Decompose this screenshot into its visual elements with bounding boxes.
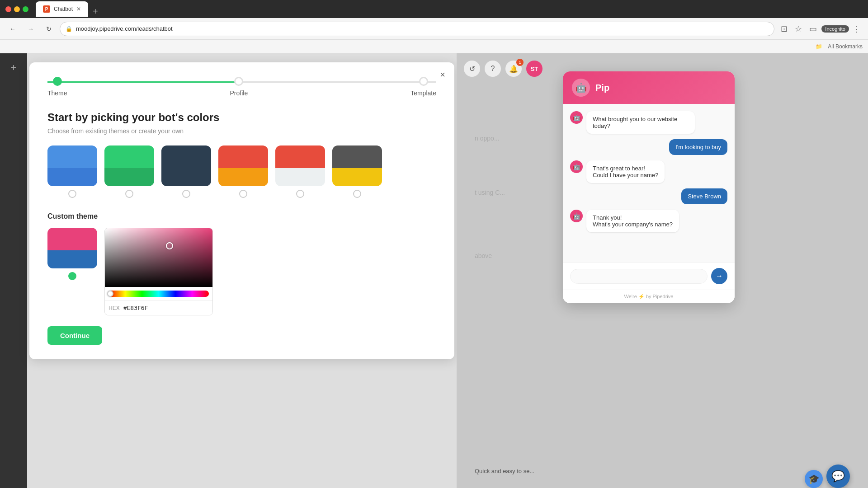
notification-badge: 1 <box>516 59 524 66</box>
tab-favicon: P <box>43 5 50 13</box>
address-bar[interactable]: 🔒 moodjoy.pipedrive.com/leads/chatbot <box>60 22 774 36</box>
undo-icon[interactable]: ↺ <box>464 61 480 77</box>
swatch-top-5 <box>275 145 325 168</box>
swatch-preview-6[interactable] <box>332 145 382 186</box>
swatch-top-4 <box>218 145 268 168</box>
swatch-radio-1[interactable] <box>68 190 76 198</box>
color-gradient[interactable] <box>105 228 212 287</box>
footer-link[interactable]: by Pipedrive <box>646 294 674 299</box>
bg-text-oppo: n oppo... <box>475 135 500 142</box>
bookmarks-folder-icon: 📁 <box>816 43 822 50</box>
bot-message-3: 🤖 Thank you!What's your company's name? <box>570 210 727 232</box>
swatch-preview-5[interactable] <box>275 145 325 186</box>
custom-swatch[interactable] <box>47 228 97 268</box>
swatch-radio-6[interactable] <box>353 190 361 198</box>
browser-navbar: ← → ↻ 🔒 moodjoy.pipedrive.com/leads/chat… <box>0 18 868 40</box>
chat-send-btn[interactable]: → <box>711 268 727 284</box>
swatch-preview-2[interactable] <box>104 145 154 186</box>
sidebar-toggle[interactable]: ▭ <box>807 24 820 34</box>
bot-avatar-1: 🤖 <box>570 111 583 124</box>
forward-btn[interactable]: → <box>24 22 38 36</box>
swatch-bottom-2 <box>104 168 154 187</box>
chatbot-footer: We're ⚡ by Pipedrive <box>563 290 735 303</box>
swatch-radio-5[interactable] <box>296 190 304 198</box>
step-label-profile: Profile <box>230 89 248 97</box>
custom-theme-label: Custom theme <box>47 212 436 221</box>
sidebar-add-btn[interactable]: + <box>5 59 23 77</box>
close-window-btn[interactable] <box>5 6 11 12</box>
modal-overlay: × Theme Profile Template <box>27 53 457 488</box>
continue-btn[interactable]: Continue <box>47 326 102 345</box>
question-icon[interactable]: ? <box>485 61 501 77</box>
theme-swatch-2 <box>104 145 154 198</box>
right-toolbar: ↺ ? 🔔 1 ST <box>464 61 542 77</box>
step-label-theme: Theme <box>47 89 67 97</box>
left-sidebar: + <box>0 53 27 488</box>
bot-message-2: 🤖 That's great to hear!Could I have your… <box>570 160 727 183</box>
swatch-radio-4[interactable] <box>239 190 247 198</box>
swatch-radio-2[interactable] <box>125 190 133 198</box>
hue-slider[interactable] <box>108 291 209 297</box>
hex-label: HEX <box>108 305 120 311</box>
window-controls <box>5 6 28 12</box>
user-avatar[interactable]: ST <box>526 61 542 77</box>
graduation-icon: 🎓 <box>808 474 820 484</box>
color-picker-handle[interactable] <box>166 242 173 249</box>
maximize-window-btn[interactable] <box>23 6 28 12</box>
swatch-bottom-6 <box>332 168 382 187</box>
send-arrow-icon: → <box>716 272 723 280</box>
bot-message-1: 🤖 What brought you to our website today? <box>570 111 727 134</box>
graduation-icon-btn[interactable]: 🎓 <box>805 470 823 488</box>
bot-bubble-3: Thank you!What's your company's name? <box>586 210 679 232</box>
lightning-icon: ⚡ <box>638 294 645 299</box>
swatch-bottom-5 <box>275 168 325 187</box>
browser-tabs: P Chatbot ✕ + <box>36 1 102 17</box>
chatbot-header: 🤖 Pip <box>563 71 735 104</box>
swatch-preview-4[interactable] <box>218 145 268 186</box>
swatch-bottom-4 <box>218 168 268 187</box>
swatch-top-2 <box>104 145 154 168</box>
step-circle-template <box>419 77 428 86</box>
swatch-bottom-1 <box>47 168 97 187</box>
browser-topbar: P Chatbot ✕ + <box>0 0 868 18</box>
hex-input[interactable] <box>123 305 209 311</box>
all-bookmarks-label[interactable]: All Bookmarks <box>828 43 863 50</box>
swatch-preview-1[interactable] <box>47 145 97 186</box>
hue-handle[interactable] <box>107 291 113 297</box>
step-circle-theme <box>53 77 62 86</box>
step-label-template: Template <box>410 89 436 97</box>
tab-title: Chatbot <box>54 6 73 12</box>
floating-chat-icon: 💬 <box>831 470 845 483</box>
swatch-preview-3[interactable] <box>161 145 211 186</box>
back-btn[interactable]: ← <box>5 22 20 36</box>
user-bubble-1: I'm looking to buy <box>669 139 727 155</box>
lock-icon: 🔒 <box>66 26 72 32</box>
step-template: Template <box>410 77 436 97</box>
reload-btn[interactable]: ↻ <box>42 22 56 36</box>
custom-swatch-radio[interactable] <box>68 272 76 280</box>
new-tab-btn[interactable]: + <box>89 6 102 17</box>
right-panel: ↺ ? 🔔 1 ST n oppo... t using C... above … <box>457 53 868 488</box>
star-icon[interactable]: ☆ <box>792 24 805 34</box>
active-tab[interactable]: P Chatbot ✕ <box>36 1 88 17</box>
chat-input[interactable] <box>570 269 708 284</box>
step-profile: Profile <box>230 77 248 97</box>
minimize-window-btn[interactable] <box>14 6 20 12</box>
bg-text-using: t using C... <box>475 189 505 196</box>
tab-close-btn[interactable]: ✕ <box>76 6 81 12</box>
bot-avatar-2: 🤖 <box>570 160 583 173</box>
modal-close-btn[interactable]: × <box>440 70 445 80</box>
url-text: moodjoy.pipedrive.com/leads/chatbot <box>76 25 173 32</box>
chatbot-input-area: → <box>563 262 735 290</box>
floating-chat-btn[interactable]: 💬 <box>826 465 850 488</box>
menu-btn[interactable]: ⋮ <box>851 24 863 34</box>
bg-text-quick: Quick and easy to se... <box>475 468 534 474</box>
theme-modal: × Theme Profile Template <box>29 62 454 359</box>
hue-slider-container <box>105 287 212 300</box>
custom-swatch-top <box>47 228 97 250</box>
footer-text: We're <box>624 294 637 299</box>
swatch-bottom-3 <box>161 168 211 187</box>
swatch-radio-3[interactable] <box>182 190 190 198</box>
bot-bubble-2: That's great to hear!Could I have your n… <box>586 160 665 183</box>
theme-swatches <box>47 145 436 198</box>
